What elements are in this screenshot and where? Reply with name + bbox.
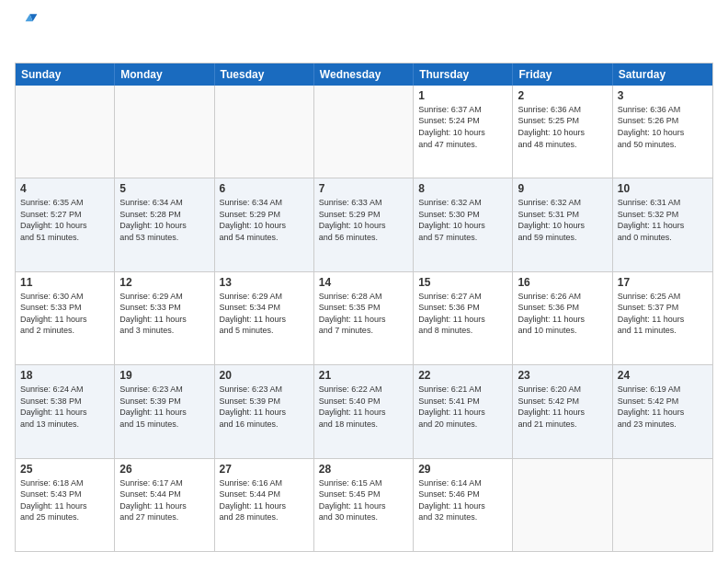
day-number: 8 [418,182,507,195]
day-info: Sunrise: 6:36 AM Sunset: 5:25 PM Dayligh… [518,104,607,150]
day-number: 26 [119,463,209,476]
day-info: Sunrise: 6:24 AM Sunset: 5:38 PM Dayligh… [20,384,109,430]
weekday-header-sunday: Sunday [16,63,115,86]
day-info: Sunrise: 6:17 AM Sunset: 5:44 PM Dayligh… [119,477,209,523]
calendar-cell [16,86,115,178]
calendar-row-4: 25Sunrise: 6:18 AM Sunset: 5:43 PM Dayli… [16,458,712,551]
day-info: Sunrise: 6:34 AM Sunset: 5:28 PM Dayligh… [119,197,209,243]
calendar-cell: 21Sunrise: 6:22 AM Sunset: 5:40 PM Dayli… [314,365,414,457]
calendar-row-3: 18Sunrise: 6:24 AM Sunset: 5:38 PM Dayli… [16,364,712,457]
day-number: 11 [20,276,109,289]
weekday-header-tuesday: Tuesday [215,63,314,86]
day-info: Sunrise: 6:18 AM Sunset: 5:43 PM Dayligh… [20,477,109,523]
calendar-cell: 14Sunrise: 6:28 AM Sunset: 5:35 PM Dayli… [314,272,414,364]
day-info: Sunrise: 6:36 AM Sunset: 5:26 PM Dayligh… [618,104,708,150]
day-number: 27 [220,463,309,476]
calendar-cell [215,86,314,178]
day-info: Sunrise: 6:16 AM Sunset: 5:44 PM Dayligh… [220,477,309,523]
logo [15,11,39,55]
calendar-header: SundayMondayTuesdayWednesdayThursdayFrid… [16,63,712,86]
day-number: 7 [319,182,408,195]
day-info: Sunrise: 6:33 AM Sunset: 5:29 PM Dayligh… [319,197,408,243]
calendar-cell: 22Sunrise: 6:21 AM Sunset: 5:41 PM Dayli… [414,365,513,457]
day-info: Sunrise: 6:20 AM Sunset: 5:42 PM Dayligh… [518,384,607,430]
calendar-cell [115,86,214,178]
calendar-cell: 25Sunrise: 6:18 AM Sunset: 5:43 PM Dayli… [16,459,115,551]
day-number: 19 [119,369,209,382]
calendar-cell: 4Sunrise: 6:35 AM Sunset: 5:27 PM Daylig… [16,178,115,270]
calendar-cell: 2Sunrise: 6:36 AM Sunset: 5:25 PM Daylig… [513,86,612,178]
weekday-header-monday: Monday [115,63,214,86]
day-info: Sunrise: 6:27 AM Sunset: 5:36 PM Dayligh… [418,291,507,337]
day-info: Sunrise: 6:34 AM Sunset: 5:29 PM Dayligh… [220,197,309,243]
day-info: Sunrise: 6:29 AM Sunset: 5:33 PM Dayligh… [119,291,209,337]
calendar-row-0: 1Sunrise: 6:37 AM Sunset: 5:24 PM Daylig… [16,86,712,178]
logo-icon [17,11,39,33]
calendar-cell: 17Sunrise: 6:25 AM Sunset: 5:37 PM Dayli… [613,272,712,364]
calendar-cell: 28Sunrise: 6:15 AM Sunset: 5:45 PM Dayli… [314,459,414,551]
calendar-body: 1Sunrise: 6:37 AM Sunset: 5:24 PM Daylig… [16,86,712,551]
calendar-cell: 8Sunrise: 6:32 AM Sunset: 5:30 PM Daylig… [414,178,513,270]
calendar-cell: 1Sunrise: 6:37 AM Sunset: 5:24 PM Daylig… [414,86,513,178]
calendar-cell: 13Sunrise: 6:29 AM Sunset: 5:34 PM Dayli… [215,272,314,364]
day-info: Sunrise: 6:15 AM Sunset: 5:45 PM Dayligh… [319,477,408,523]
calendar-row-2: 11Sunrise: 6:30 AM Sunset: 5:33 PM Dayli… [16,271,712,364]
day-info: Sunrise: 6:30 AM Sunset: 5:33 PM Dayligh… [20,291,109,337]
day-number: 28 [319,463,408,476]
day-info: Sunrise: 6:19 AM Sunset: 5:42 PM Dayligh… [618,384,708,430]
day-number: 9 [518,182,607,195]
calendar-cell: 7Sunrise: 6:33 AM Sunset: 5:29 PM Daylig… [314,178,414,270]
day-number: 2 [518,89,607,102]
day-info: Sunrise: 6:35 AM Sunset: 5:27 PM Dayligh… [20,197,109,243]
day-number: 23 [518,369,607,382]
calendar-cell: 19Sunrise: 6:23 AM Sunset: 5:39 PM Dayli… [115,365,214,457]
day-number: 3 [618,89,708,102]
day-number: 20 [220,369,309,382]
calendar-cell [613,459,712,551]
day-number: 4 [20,182,109,195]
calendar-cell: 29Sunrise: 6:14 AM Sunset: 5:46 PM Dayli… [414,459,513,551]
header [15,11,713,55]
day-number: 22 [418,369,507,382]
day-info: Sunrise: 6:37 AM Sunset: 5:24 PM Dayligh… [418,104,507,150]
weekday-header-thursday: Thursday [414,63,513,86]
day-info: Sunrise: 6:25 AM Sunset: 5:37 PM Dayligh… [618,291,708,337]
weekday-header-saturday: Saturday [613,63,712,86]
day-info: Sunrise: 6:29 AM Sunset: 5:34 PM Dayligh… [220,291,309,337]
day-info: Sunrise: 6:31 AM Sunset: 5:32 PM Dayligh… [618,197,708,243]
day-info: Sunrise: 6:28 AM Sunset: 5:35 PM Dayligh… [319,291,408,337]
calendar-row-1: 4Sunrise: 6:35 AM Sunset: 5:27 PM Daylig… [16,178,712,270]
day-number: 1 [418,89,507,102]
calendar-cell [314,86,414,178]
day-number: 24 [618,369,708,382]
calendar-cell: 12Sunrise: 6:29 AM Sunset: 5:33 PM Dayli… [115,272,214,364]
day-number: 25 [20,463,109,476]
day-info: Sunrise: 6:14 AM Sunset: 5:46 PM Dayligh… [418,477,507,523]
day-number: 13 [220,276,309,289]
calendar: SundayMondayTuesdayWednesdayThursdayFrid… [15,63,713,552]
day-number: 17 [618,276,708,289]
day-info: Sunrise: 6:23 AM Sunset: 5:39 PM Dayligh… [220,384,309,430]
day-info: Sunrise: 6:23 AM Sunset: 5:39 PM Dayligh… [119,384,209,430]
calendar-cell: 9Sunrise: 6:32 AM Sunset: 5:31 PM Daylig… [513,178,612,270]
day-info: Sunrise: 6:32 AM Sunset: 5:31 PM Dayligh… [518,197,607,243]
calendar-cell: 6Sunrise: 6:34 AM Sunset: 5:29 PM Daylig… [215,178,314,270]
calendar-cell: 18Sunrise: 6:24 AM Sunset: 5:38 PM Dayli… [16,365,115,457]
calendar-cell: 23Sunrise: 6:20 AM Sunset: 5:42 PM Dayli… [513,365,612,457]
day-info: Sunrise: 6:21 AM Sunset: 5:41 PM Dayligh… [418,384,507,430]
day-number: 14 [319,276,408,289]
calendar-cell: 3Sunrise: 6:36 AM Sunset: 5:26 PM Daylig… [613,86,712,178]
weekday-header-wednesday: Wednesday [314,63,414,86]
calendar-cell: 24Sunrise: 6:19 AM Sunset: 5:42 PM Dayli… [613,365,712,457]
page: SundayMondayTuesdayWednesdayThursdayFrid… [0,0,728,563]
calendar-cell: 20Sunrise: 6:23 AM Sunset: 5:39 PM Dayli… [215,365,314,457]
calendar-cell: 27Sunrise: 6:16 AM Sunset: 5:44 PM Dayli… [215,459,314,551]
day-info: Sunrise: 6:26 AM Sunset: 5:36 PM Dayligh… [518,291,607,337]
calendar-cell: 5Sunrise: 6:34 AM Sunset: 5:28 PM Daylig… [115,178,214,270]
day-number: 21 [319,369,408,382]
day-number: 10 [618,182,708,195]
day-number: 12 [119,276,209,289]
day-info: Sunrise: 6:22 AM Sunset: 5:40 PM Dayligh… [319,384,408,430]
day-info: Sunrise: 6:32 AM Sunset: 5:30 PM Dayligh… [418,197,507,243]
day-number: 5 [119,182,209,195]
